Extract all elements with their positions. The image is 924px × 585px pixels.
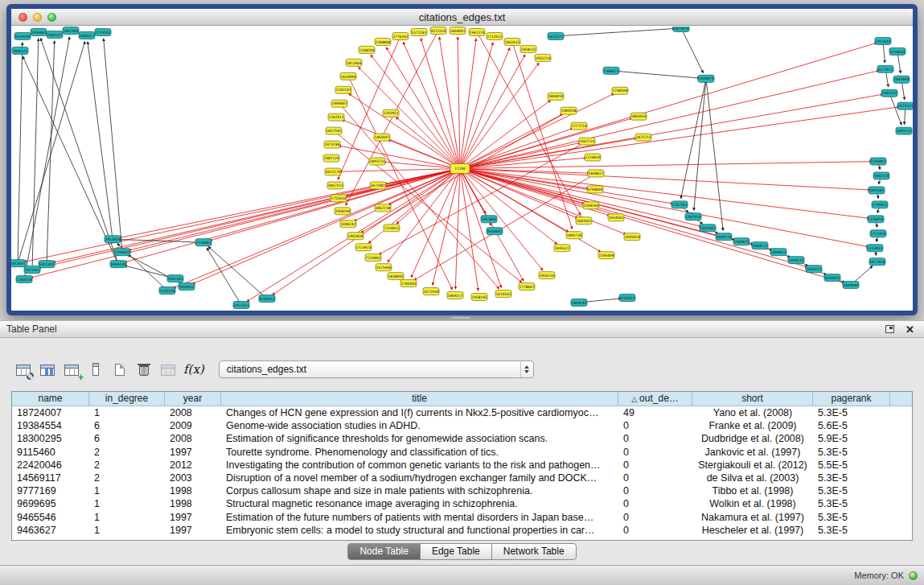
cell-pagerank[interactable]: 5.3E-5 xyxy=(813,446,890,459)
graph-node[interactable]: 1208204 xyxy=(359,46,375,53)
graph-node[interactable]: 1045381 xyxy=(869,187,885,194)
graph-node[interactable]: 3612170 xyxy=(325,168,341,175)
graph-node[interactable]: 1667731 xyxy=(579,138,595,145)
graph-node[interactable]: 1694512 xyxy=(752,242,768,249)
graph-node[interactable]: 1595409 xyxy=(598,252,614,259)
graph-node[interactable]: 1210451 xyxy=(867,245,883,252)
graph-node[interactable]: 2051351 xyxy=(233,302,249,309)
graph-node[interactable]: 1729141 xyxy=(95,28,111,35)
graph-node[interactable]: 5051301 xyxy=(39,261,55,268)
cell-out-de-[interactable]: 49 xyxy=(618,406,692,419)
graph-node[interactable]: 1809174 xyxy=(716,233,732,241)
cell-in-degree[interactable]: 6 xyxy=(89,419,165,432)
column-header-year[interactable]: year xyxy=(165,392,221,406)
cell-year[interactable]: 1997 xyxy=(165,511,221,524)
cell-in-degree[interactable]: 1 xyxy=(89,484,165,497)
graph-node[interactable]: 1804410 xyxy=(548,93,564,100)
cell-short[interactable]: Yano et al. (2008) xyxy=(692,406,813,419)
cell-short[interactable]: Stergiakouli et al. (2012) xyxy=(692,459,813,472)
graph-node[interactable]: 1755434 xyxy=(331,195,347,202)
graph-node[interactable]: 9277411 xyxy=(877,65,893,72)
graph-node[interactable]: 1958132 xyxy=(520,45,536,52)
cell-short[interactable]: Dudbridge et al. (2008) xyxy=(692,432,813,445)
graph-node[interactable]: 1094113 xyxy=(788,257,804,264)
graph-node[interactable]: 1911601 xyxy=(875,37,891,44)
graph-node[interactable]: 2951810 xyxy=(105,236,121,243)
graph-node[interactable]: 9245013 xyxy=(619,295,635,302)
cell-year[interactable]: 2008 xyxy=(165,432,221,445)
tab-node-table[interactable]: Node Table xyxy=(347,543,421,560)
column-header-short[interactable]: short xyxy=(692,392,813,406)
graph-node[interactable]: 1840321 xyxy=(12,47,28,54)
table-row[interactable]: 946362711997Embryonic stem cells: a mode… xyxy=(12,524,912,537)
cell-title[interactable]: Embryonic stem cells: a model to study s… xyxy=(221,524,618,537)
cell-year[interactable]: 1998 xyxy=(165,484,221,497)
graph-node[interactable]: 1723415 xyxy=(355,244,372,251)
cell-pagerank[interactable]: 5.9E-5 xyxy=(813,432,890,445)
graph-node[interactable]: 9245011 xyxy=(824,274,840,282)
graph-node[interactable]: 1785443 xyxy=(400,280,417,287)
table-row[interactable]: 969969511998Structural magnetic resonanc… xyxy=(12,497,912,510)
cell-short[interactable]: de Silva et al. (2003) xyxy=(692,472,813,484)
graph-node[interactable]: 1620999 xyxy=(340,72,356,80)
graph-node[interactable]: 1216810 xyxy=(585,154,601,161)
graph-node[interactable]: 1605411 xyxy=(806,266,822,273)
graph-node[interactable]: 2526065 xyxy=(195,239,211,246)
cell-in-degree[interactable]: 2 xyxy=(89,472,165,484)
graph-node[interactable]: 2893731 xyxy=(369,158,385,165)
cell-out-de-[interactable]: 0 xyxy=(618,497,692,510)
graph-node[interactable]: 1590605 xyxy=(114,249,130,256)
graph-node[interactable]: 1654501 xyxy=(608,214,624,221)
table-selector-dropdown[interactable]: citations_edges.txt xyxy=(219,360,534,378)
graph-node[interactable]: 1944879 xyxy=(698,75,714,82)
graph-node[interactable]: 1778667 xyxy=(519,283,535,290)
table-row[interactable]: 946554611997Estimation of the future num… xyxy=(12,511,912,524)
graph-node[interactable]: 1675446 xyxy=(376,264,392,271)
graph-node[interactable]: 5501181 xyxy=(167,275,183,282)
graph-node[interactable]: 1956130 xyxy=(539,272,555,279)
cell-out-de-[interactable]: 0 xyxy=(618,459,692,472)
cell-year[interactable]: 2012 xyxy=(165,459,221,472)
table-row[interactable]: 1938455462009Genome-wide association stu… xyxy=(12,419,912,432)
cell-year[interactable]: 2009 xyxy=(165,419,221,432)
cell-name[interactable]: 19384554 xyxy=(12,419,89,432)
graph-node[interactable]: 1827581 xyxy=(326,127,342,134)
cell-in-degree[interactable]: 6 xyxy=(89,432,165,445)
new-file-icon[interactable] xyxy=(108,359,132,380)
graph-node[interactable]: 3672081 xyxy=(370,182,386,189)
close-panel-icon[interactable]: ✕ xyxy=(906,323,914,336)
cell-year[interactable]: 2003 xyxy=(165,472,221,484)
graph-node[interactable]: 1681641 xyxy=(576,217,592,225)
graph-node[interactable]: 2040317 xyxy=(79,31,95,39)
graph-node[interactable]: 2204160 xyxy=(583,202,599,209)
cell-out-de-[interactable]: 0 xyxy=(618,484,692,497)
graph-node[interactable]: 1809245 xyxy=(571,299,587,307)
graph-node[interactable]: 1677054 xyxy=(869,258,885,266)
graph-node[interactable]: 1721054 xyxy=(870,230,886,237)
graph-node[interactable]: 1955719 xyxy=(535,54,551,61)
table-row[interactable]: 977716911998Corpus callosum shape and si… xyxy=(12,484,912,497)
table-row[interactable]: 1830029562008Estimation of significance … xyxy=(12,432,912,445)
cell-short[interactable]: Jankovic et al. (1997) xyxy=(692,446,813,459)
graph-node[interactable]: 1907919 xyxy=(685,213,701,220)
cell-name[interactable]: 9463627 xyxy=(12,524,89,537)
cell-short[interactable]: Tibbo et al. (1998) xyxy=(692,484,813,497)
edit-columns-icon[interactable]: + xyxy=(60,360,84,381)
graph-node[interactable]: 1664091 xyxy=(450,27,466,34)
column-header-in-degree[interactable]: in_degree xyxy=(89,392,165,406)
graph-node[interactable]: 1602615 xyxy=(504,38,520,45)
graph-node[interactable]: 1956481 xyxy=(31,28,47,35)
cell-out-de-[interactable]: 0 xyxy=(618,472,692,484)
cell-pagerank[interactable]: 5.3E-5 xyxy=(813,497,890,510)
table-row[interactable]: 1872400712008Changes of HCN gene express… xyxy=(12,406,912,419)
cell-title[interactable]: Investigating the contribution of common… xyxy=(221,459,618,472)
cell-year[interactable]: 1998 xyxy=(165,497,221,510)
graph-node[interactable]: 1790451 xyxy=(872,201,888,208)
graph-node[interactable]: 1695327 xyxy=(554,245,570,252)
graph-node[interactable]: 1964471 xyxy=(603,67,619,74)
graph-node[interactable]: 1095054 xyxy=(624,233,640,241)
graph-node[interactable]: 1961270 xyxy=(469,28,485,35)
graph-node[interactable]: 1101518 xyxy=(159,287,175,295)
cell-name[interactable]: 9465546 xyxy=(12,511,89,524)
graph-node[interactable]: 1809227 xyxy=(447,292,463,299)
